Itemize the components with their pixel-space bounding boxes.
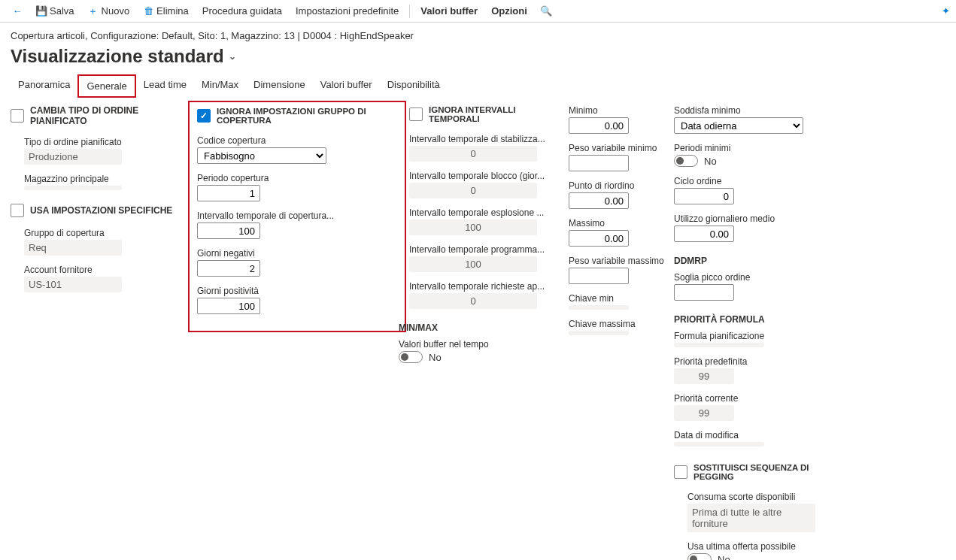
input-negative-days[interactable] bbox=[197, 260, 260, 277]
section-label: CAMBIA TIPO DI ORDINE PIANIFICATO bbox=[30, 105, 191, 126]
tab-generale[interactable]: Generale bbox=[77, 74, 135, 98]
label-lock-tf: Intervallo temporale blocco (gior... bbox=[409, 171, 567, 181]
copilot-icon[interactable]: ✦ bbox=[942, 5, 950, 17]
value-freeze-tf: 0 bbox=[409, 146, 537, 162]
section-use-specific-settings: USA IMPOSTAZIONI SPECIFICHE bbox=[11, 204, 191, 217]
tab-disponibilita[interactable]: Disponibilità bbox=[380, 74, 448, 98]
chevron-down-icon: ⌄ bbox=[229, 51, 236, 62]
buffer-label: Valori buffer bbox=[420, 5, 478, 17]
section-change-planned-order-type: CAMBIA TIPO DI ORDINE PIANIFICATO bbox=[11, 105, 191, 126]
label-default-priority: Priorità predefinita bbox=[674, 356, 809, 367]
value-date-modified bbox=[674, 442, 764, 446]
label-reorder-point: Punto di riordino bbox=[569, 180, 674, 191]
label-negative-days: Giorni negativi bbox=[197, 248, 397, 259]
value-approved-req-tf: 0 bbox=[409, 293, 537, 309]
page-title: Visualizzazione standard bbox=[11, 46, 224, 67]
checkbox-override-timefences[interactable] bbox=[409, 107, 423, 121]
section-override-timefences: IGNORA INTERVALLI TEMPORALI bbox=[409, 105, 567, 123]
toggle-buffer-label: No bbox=[429, 352, 442, 363]
label-coverage-timefence: Intervallo temporale di copertura... bbox=[197, 210, 397, 221]
label-freeze-tf: Intervallo temporale di stabilizza... bbox=[409, 134, 567, 144]
label-min-key: Chiave min bbox=[569, 293, 674, 304]
value-schedule-tf: 100 bbox=[409, 256, 537, 272]
input-minimum[interactable] bbox=[569, 117, 629, 134]
value-coverage-group: Req bbox=[24, 240, 122, 256]
save-button[interactable]: 💾 Salva bbox=[30, 2, 80, 20]
select-fulfill-min[interactable]: Data odierna bbox=[674, 117, 803, 134]
input-positive-days[interactable] bbox=[197, 298, 260, 314]
save-label: Salva bbox=[50, 5, 74, 17]
toggle-buffer-over-time[interactable] bbox=[399, 351, 423, 363]
input-coverage-period[interactable] bbox=[197, 185, 260, 201]
value-main-warehouse bbox=[24, 186, 122, 190]
label-max-var-weight: Peso variabile massimo bbox=[569, 256, 674, 266]
tab-leadtime[interactable]: Lead time bbox=[136, 74, 194, 98]
label-order-cycle: Ciclo ordine bbox=[674, 176, 809, 186]
input-coverage-timefence[interactable] bbox=[197, 222, 260, 239]
label-vendor-account: Account fornitore bbox=[24, 265, 191, 275]
value-planned-order-type: Produzione bbox=[24, 149, 122, 165]
label-max-key: Chiave massima bbox=[569, 319, 674, 329]
search-icon: 🔍 bbox=[541, 6, 551, 17]
options-label: Opzioni bbox=[491, 5, 527, 17]
checkbox-override-coverage[interactable] bbox=[197, 109, 211, 123]
toggle-min-periods-label: No bbox=[704, 156, 717, 167]
section-priority-formula: PRIORITÀ FORMULA bbox=[674, 314, 809, 325]
section-minmax: MIN/MAX bbox=[399, 322, 567, 333]
value-max-key[interactable] bbox=[569, 331, 629, 335]
toggle-use-latest-supply[interactable] bbox=[687, 553, 712, 560]
value-consume-on-hand: Prima di tutte le altre forniture bbox=[687, 504, 815, 532]
tabs: Panoramica Generale Lead time Min/Max Di… bbox=[0, 74, 956, 98]
checkbox-change-type[interactable] bbox=[11, 109, 24, 123]
tab-minmax[interactable]: Min/Max bbox=[194, 74, 246, 98]
input-order-cycle[interactable] bbox=[674, 188, 734, 204]
section-override-pegging: SOSTITUISCI SEQUENZA DI PEGGING bbox=[674, 463, 809, 481]
plus-icon: ＋ bbox=[88, 6, 99, 17]
label-planned-order-type: Tipo di ordine pianificato bbox=[24, 137, 191, 147]
label-current-priority: Priorità corrente bbox=[674, 393, 809, 404]
input-order-spike-threshold[interactable] bbox=[674, 284, 734, 301]
label-coverage-code: Codice copertura bbox=[197, 135, 397, 146]
back-button[interactable]: ← bbox=[6, 3, 29, 20]
page-title-row[interactable]: Visualizzazione standard ⌄ bbox=[0, 44, 956, 74]
buffer-button[interactable]: Valori buffer bbox=[414, 2, 484, 20]
checkbox-override-pegging[interactable] bbox=[674, 465, 687, 479]
section-label: USA IMPOSTAZIONI SPECIFICHE bbox=[30, 205, 172, 216]
input-avg-daily-usage[interactable] bbox=[674, 226, 734, 242]
tab-dimensione[interactable]: Dimensione bbox=[246, 74, 313, 98]
input-maximum[interactable] bbox=[569, 230, 629, 247]
value-min-key[interactable] bbox=[569, 305, 629, 310]
input-min-var-weight[interactable] bbox=[569, 155, 629, 171]
search-button[interactable]: 🔍 bbox=[535, 3, 557, 20]
label-min-var-weight: Peso variabile minimo bbox=[569, 143, 674, 153]
label-consume-on-hand: Consuma scorte disponibili bbox=[687, 492, 809, 502]
wizard-button[interactable]: Procedura guidata bbox=[196, 2, 288, 20]
new-button[interactable]: ＋ Nuovo bbox=[82, 2, 136, 20]
input-reorder-point[interactable] bbox=[569, 192, 629, 209]
separator bbox=[409, 5, 410, 18]
label-order-spike-threshold: Soglia picco ordine bbox=[674, 272, 809, 283]
arrow-left-icon: ← bbox=[12, 6, 23, 17]
defaults-label: Impostazioni predefinite bbox=[296, 5, 399, 17]
toggle-min-periods[interactable] bbox=[674, 155, 698, 167]
trash-icon: 🗑 bbox=[143, 6, 153, 17]
label-buffer-over-time: Valori buffer nel tempo bbox=[399, 339, 567, 350]
defaults-button[interactable]: Impostazioni predefinite bbox=[290, 2, 405, 20]
toggle-use-latest-supply-label: No bbox=[718, 554, 730, 561]
delete-button[interactable]: 🗑 Elimina bbox=[137, 2, 195, 20]
select-coverage-code[interactable]: Fabbisogno bbox=[197, 147, 326, 164]
checkbox-use-specific[interactable] bbox=[11, 204, 24, 217]
label-positive-days: Giorni positività bbox=[197, 286, 397, 296]
tab-buffer[interactable]: Valori buffer bbox=[313, 74, 380, 98]
label-maximum: Massimo bbox=[569, 218, 674, 229]
label-explosion-tf: Intervallo temporale esplosione ... bbox=[409, 207, 567, 218]
label-schedule-tf: Intervallo temporale programma... bbox=[409, 244, 567, 255]
tab-panoramica[interactable]: Panoramica bbox=[11, 74, 77, 98]
value-planning-formula[interactable] bbox=[674, 343, 764, 347]
label-avg-daily-usage: Utilizzo giornaliero medio bbox=[674, 213, 809, 224]
delete-label: Elimina bbox=[156, 5, 189, 17]
label-use-latest-supply: Usa ultima offerta possibile bbox=[687, 541, 809, 552]
options-button[interactable]: Opzioni bbox=[485, 2, 533, 20]
new-label: Nuovo bbox=[102, 5, 130, 17]
input-max-var-weight[interactable] bbox=[569, 268, 629, 284]
